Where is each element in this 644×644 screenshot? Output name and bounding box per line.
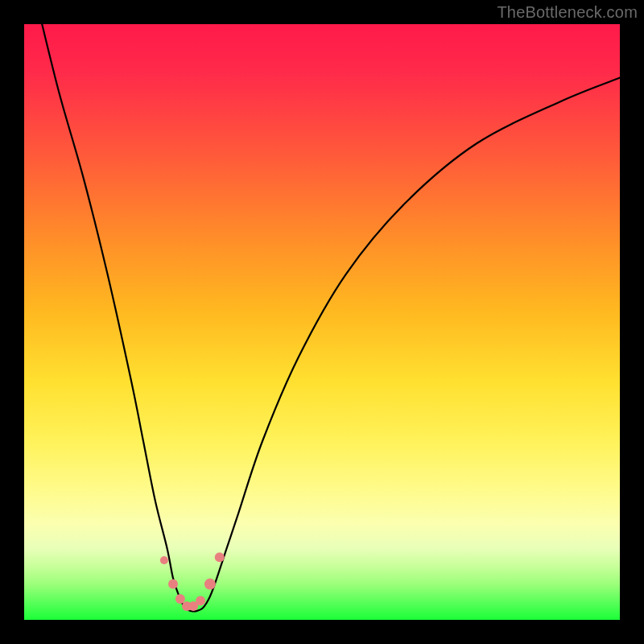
bottleneck-curve-chart [24,24,620,620]
watermark-text: TheBottleneck.com [497,3,638,22]
data-point [215,552,225,562]
plot-area [24,24,620,620]
curve-path [42,24,620,611]
data-point [160,556,168,564]
data-point [168,580,178,589]
data-point [196,596,205,605]
chart-frame: TheBottleneck.com [0,0,644,644]
data-point [175,594,185,604]
data-point [204,579,216,590]
